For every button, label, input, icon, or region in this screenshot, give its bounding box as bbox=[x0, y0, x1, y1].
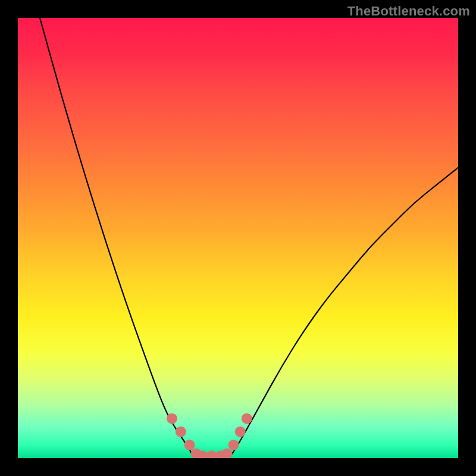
plot-area bbox=[18, 18, 458, 458]
curve-markers bbox=[167, 413, 252, 458]
curve-marker bbox=[228, 440, 239, 450]
curve-marker bbox=[184, 440, 195, 450]
bottleneck-curve bbox=[40, 18, 458, 458]
curve-marker bbox=[235, 427, 246, 437]
curve-marker bbox=[176, 427, 186, 437]
curve-marker bbox=[242, 413, 252, 424]
curve-layer bbox=[18, 18, 458, 458]
curve-marker bbox=[167, 413, 177, 424]
chart-stage: TheBottleneck.com bbox=[0, 0, 476, 476]
curve-marker bbox=[222, 449, 233, 458]
watermark-label: TheBottleneck.com bbox=[347, 4, 470, 19]
